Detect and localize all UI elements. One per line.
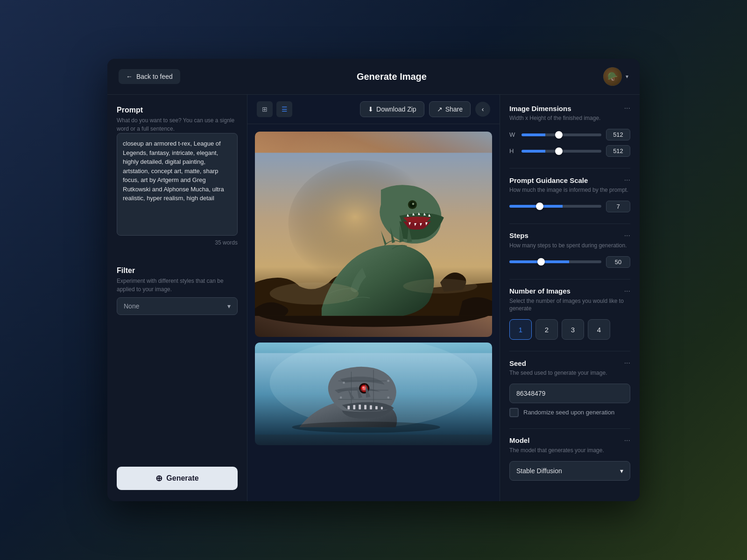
svg-point-30: [292, 422, 440, 433]
width-slider-row: W 512: [509, 129, 630, 140]
svg-point-24: [340, 397, 342, 399]
toolbar-actions: ⬇ Download Zip ↗ Share ‹: [360, 101, 490, 117]
header: ← Back to feed Generate Image 🪖 ▾: [107, 59, 640, 95]
svg-point-6: [270, 282, 359, 305]
seed-input[interactable]: 86348479: [509, 384, 630, 403]
count-3-button[interactable]: 3: [562, 319, 584, 340]
prompt-description: What do you want to see? You can use a s…: [117, 116, 238, 133]
number-of-images-more-button[interactable]: ···: [624, 287, 630, 295]
svg-rect-14: [370, 406, 372, 410]
generate-button[interactable]: ⊕ Generate: [117, 467, 238, 490]
number-of-images-section: Number of Images ··· Select the number o…: [509, 287, 630, 340]
image-dimensions-section: Image Dimensions ··· Width x Height of t…: [509, 104, 630, 157]
app-window: ← Back to feed Generate Image 🪖 ▾ Prompt…: [107, 59, 640, 501]
share-icon: ↗: [437, 105, 443, 113]
width-value: 512: [606, 129, 630, 140]
list-view-button[interactable]: ☰: [276, 101, 292, 117]
svg-rect-11: [353, 405, 355, 410]
height-label: H: [509, 147, 517, 154]
share-label: Share: [445, 105, 463, 113]
model-title: Model ···: [509, 436, 630, 445]
download-icon: ⬇: [368, 105, 374, 113]
count-4-button[interactable]: 4: [588, 319, 610, 340]
image-dimensions-title: Image Dimensions ···: [509, 104, 630, 112]
generate-label: Generate: [166, 474, 198, 483]
filter-title: Filter: [117, 266, 238, 275]
grid-icon: ⊞: [262, 105, 268, 113]
svg-point-22: [387, 380, 389, 382]
left-panel: Prompt What do you want to see? You can …: [107, 95, 247, 501]
randomize-label: Randomize seed upon generation: [523, 409, 614, 416]
chevron-down-icon[interactable]: ▾: [626, 73, 628, 80]
filter-value: None: [124, 302, 139, 310]
back-label: Back to feed: [136, 73, 173, 80]
number-of-images-desc: Select the number of images you would li…: [509, 297, 630, 313]
back-nav-button[interactable]: ‹: [475, 102, 490, 117]
model-dropdown[interactable]: Stable Diffusion ▾: [509, 461, 630, 481]
prompt-title: Prompt: [117, 106, 238, 114]
center-toolbar: ⊞ ☰ ⬇ Download Zip ↗ Share: [247, 95, 500, 124]
filter-dropdown[interactable]: None ▾: [117, 297, 238, 315]
share-button[interactable]: ↗ Share: [429, 101, 471, 117]
prompt-guidance-more-button[interactable]: ···: [624, 176, 630, 184]
model-more-button[interactable]: ···: [624, 436, 630, 445]
prompt-guidance-title: Prompt Guidance Scale ···: [509, 176, 630, 184]
download-zip-button[interactable]: ⬇ Download Zip: [360, 101, 424, 117]
center-panel: ⊞ ☰ ⬇ Download Zip ↗ Share: [247, 95, 500, 501]
seed-desc: The seed used to generate your image.: [509, 369, 630, 377]
steps-more-button[interactable]: ···: [624, 231, 630, 240]
svg-rect-16: [381, 407, 383, 410]
steps-section: Steps ··· How many steps to be spent dur…: [509, 231, 630, 268]
list-icon: ☰: [282, 105, 288, 113]
height-slider[interactable]: [521, 150, 601, 153]
height-slider-row: H 512: [509, 145, 630, 157]
back-button[interactable]: ← Back to feed: [119, 69, 180, 84]
generated-image-2: [255, 343, 492, 445]
steps-slider[interactable]: [509, 260, 601, 263]
main-content: Prompt What do you want to see? You can …: [107, 95, 640, 501]
svg-rect-15: [375, 406, 378, 409]
svg-point-23: [387, 397, 389, 399]
count-2-button[interactable]: 2: [536, 319, 558, 340]
prompt-textarea[interactable]: closeup an armored t-rex, League of Lege…: [117, 133, 238, 236]
guidance-slider[interactable]: [509, 205, 601, 208]
svg-rect-12: [359, 405, 361, 409]
images-grid: [247, 124, 500, 501]
generated-image-1: [255, 132, 492, 337]
image-dimensions-more-button[interactable]: ···: [624, 104, 630, 112]
page-title: Generate Image: [357, 71, 427, 82]
count-1-button[interactable]: 1: [509, 319, 532, 340]
model-section: Model ··· The model that generates your …: [509, 436, 630, 481]
randomize-checkbox[interactable]: [509, 408, 519, 417]
chevron-down-icon: ▾: [227, 302, 231, 310]
avatar[interactable]: 🪖: [603, 67, 622, 86]
steps-slider-row: 50: [509, 256, 630, 268]
width-slider[interactable]: [521, 133, 601, 136]
number-of-images-title: Number of Images ···: [509, 287, 630, 295]
model-desc: The model that generates your image.: [509, 447, 630, 455]
seed-section: Seed ··· The seed used to generate your …: [509, 359, 630, 417]
steps-value: 50: [606, 256, 630, 268]
trex-artwork-2: [255, 343, 492, 445]
svg-point-20: [362, 386, 364, 388]
width-label: W: [509, 131, 517, 138]
seed-more-button[interactable]: ···: [624, 359, 630, 367]
prompt-guidance-desc: How much the image is informed by the pr…: [509, 186, 630, 194]
svg-point-7: [403, 279, 478, 294]
seed-title: Seed ···: [509, 359, 630, 367]
image-canvas-1: [255, 132, 492, 337]
steps-desc: How many steps to be spent during genera…: [509, 242, 630, 250]
model-value: Stable Diffusion: [516, 467, 562, 475]
filter-description: Experiment with different styles that ca…: [117, 277, 238, 294]
svg-rect-13: [364, 405, 366, 410]
image-canvas-2: [255, 343, 492, 445]
chevron-left-icon: ‹: [482, 105, 484, 113]
svg-point-5: [412, 203, 415, 205]
chevron-down-icon: ▾: [620, 467, 623, 475]
right-panel: Image Dimensions ··· Width x Height of t…: [500, 95, 640, 501]
randomize-row: Randomize seed upon generation: [509, 408, 630, 417]
grid-view-button[interactable]: ⊞: [257, 101, 273, 117]
header-right: 🪖 ▾: [603, 67, 628, 86]
guidance-slider-row: 7: [509, 201, 630, 212]
avatar-image: 🪖: [603, 67, 622, 86]
